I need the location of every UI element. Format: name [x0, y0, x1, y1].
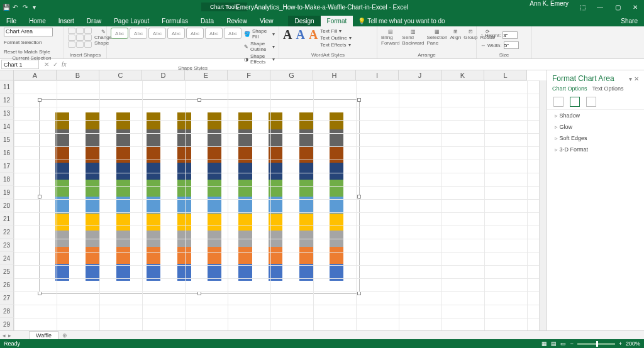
row-header-20[interactable]: 20	[0, 199, 14, 212]
cancel-formula-icon[interactable]: ✕	[44, 61, 49, 68]
bar-column[interactable]	[177, 112, 191, 281]
shape-fill-button[interactable]: 🪣Shape Fill ▾	[244, 28, 275, 40]
row-header-17[interactable]: 17	[0, 160, 14, 173]
chart-element-selector[interactable]: Chart Area	[4, 28, 53, 36]
maximize-button[interactable]: ▢	[609, 0, 626, 14]
col-header-E[interactable]: E	[185, 70, 228, 80]
col-header-F[interactable]: F	[228, 70, 270, 80]
shape-outline-button[interactable]: ✎Shape Outline ▾	[244, 40, 275, 53]
shape-style-1[interactable]: Abc	[111, 28, 128, 39]
effects-tab-icon[interactable]	[570, 97, 580, 107]
fx-icon[interactable]: fx	[62, 61, 67, 68]
selection-pane-button[interactable]: ▦Selection Pane	[426, 28, 447, 46]
col-header-H[interactable]: H	[313, 70, 356, 80]
shape-style-7[interactable]: Abc	[224, 28, 242, 39]
zoom-in-button[interactable]: +	[619, 340, 622, 347]
group-button[interactable]: ⊡Group	[464, 28, 477, 40]
text-effects-button[interactable]: Text Effects ▾	[320, 41, 351, 48]
name-box[interactable]: Chart 1	[1, 60, 39, 69]
row-header-18[interactable]: 18	[0, 173, 14, 186]
sheet-tab-waffle[interactable]: Waffle	[29, 331, 58, 340]
wordart-gallery[interactable]: A A A	[283, 28, 318, 42]
bar-column[interactable]	[116, 112, 130, 281]
section-shadow[interactable]: Shadow	[547, 110, 644, 121]
share-button[interactable]: Share	[614, 16, 644, 26]
view-page-break-icon[interactable]: ▭	[560, 340, 566, 347]
row-header-26[interactable]: 26	[0, 278, 14, 291]
shape-style-2[interactable]: Abc	[130, 28, 147, 39]
tab-page-layout[interactable]: Page Layout	[108, 16, 155, 26]
pane-close-icon[interactable]: ✕	[634, 75, 639, 82]
row-header-21[interactable]: 21	[0, 212, 14, 226]
worksheet-grid[interactable]: ABCDEFGHIJKL 111213141516171819202122232…	[0, 70, 547, 330]
section-3d-format[interactable]: 3-D Format	[547, 144, 644, 155]
shape-style-6[interactable]: Abc	[205, 28, 223, 39]
minimize-button[interactable]: —	[591, 0, 609, 14]
row-header-12[interactable]: 12	[0, 94, 14, 107]
bar-column[interactable]	[330, 112, 343, 281]
tab-data[interactable]: Data	[194, 16, 220, 26]
view-normal-icon[interactable]: ▦	[541, 340, 547, 347]
col-header-A[interactable]: A	[14, 70, 57, 80]
col-header-G[interactable]: G	[270, 70, 313, 80]
row-header-27[interactable]: 27	[0, 291, 14, 305]
row-header-11[interactable]: 11	[0, 80, 14, 94]
tab-draw[interactable]: Draw	[80, 16, 108, 26]
bar-column[interactable]	[147, 112, 160, 281]
send-backward-button[interactable]: ▥Send Backward	[402, 28, 424, 46]
zoom-out-button[interactable]: −	[570, 340, 573, 347]
size-props-icon[interactable]	[586, 97, 596, 107]
tab-design[interactable]: Design	[288, 16, 320, 26]
col-header-J[interactable]: J	[399, 70, 441, 80]
row-header-14[interactable]: 14	[0, 120, 14, 133]
new-sheet-button[interactable]: ⊕	[58, 332, 71, 339]
section-soft-edges[interactable]: Soft Edges	[547, 133, 644, 144]
wordart-style-2[interactable]: A	[296, 28, 304, 42]
formula-input[interactable]	[70, 60, 644, 69]
text-fill-button[interactable]: Text Fill ▾	[320, 28, 351, 35]
reset-style-button[interactable]: Reset to Match Style	[4, 48, 50, 55]
col-header-B[interactable]: B	[57, 70, 99, 80]
bar-column[interactable]	[208, 112, 221, 281]
shape-styles-gallery[interactable]: Abc Abc Abc Abc Abc Abc Abc	[111, 28, 242, 39]
row-header-29[interactable]: 29	[0, 318, 14, 330]
column-headers[interactable]: ABCDEFGHIJKL	[14, 70, 527, 80]
row-header-28[interactable]: 28	[0, 305, 14, 318]
wordart-style-1[interactable]: A	[283, 28, 292, 42]
shape-style-3[interactable]: Abc	[148, 28, 166, 39]
tab-insert[interactable]: Insert	[52, 16, 80, 26]
col-header-C[interactable]: C	[99, 70, 142, 80]
bar-column[interactable]	[86, 112, 99, 281]
redo-icon[interactable]: ↷	[23, 4, 29, 10]
row-header-24[interactable]: 24	[0, 252, 14, 265]
select-all-corner[interactable]	[0, 70, 14, 80]
zoom-level[interactable]: 200%	[626, 340, 640, 347]
bring-forward-button[interactable]: ▤Bring Forward	[381, 28, 399, 46]
tab-home[interactable]: Home	[23, 16, 52, 26]
tell-me-search[interactable]: 💡Tell me what you want to do	[353, 16, 450, 26]
col-header-K[interactable]: K	[441, 70, 484, 80]
row-header-16[interactable]: 16	[0, 146, 14, 160]
row-header-23[interactable]: 23	[0, 239, 14, 252]
row-headers[interactable]: 11121314151617181920212223242526272829	[0, 80, 14, 330]
tab-file[interactable]: File	[0, 16, 23, 26]
pane-options-icon[interactable]: ▾	[629, 75, 632, 82]
tab-nav-prev-icon[interactable]: ◂	[0, 332, 8, 339]
bar-column[interactable]	[238, 112, 252, 281]
width-input[interactable]	[504, 41, 519, 49]
text-options-tab[interactable]: Text Options	[592, 85, 624, 92]
bar-column[interactable]	[55, 112, 69, 281]
bar-column[interactable]	[299, 112, 313, 281]
user-name[interactable]: Ann K. Emery	[525, 0, 574, 14]
insert-shapes-gallery[interactable]	[68, 28, 92, 48]
align-button[interactable]: ⊞Align	[450, 28, 461, 40]
save-icon[interactable]: 💾	[3, 4, 9, 10]
wordart-style-3[interactable]: A	[309, 28, 318, 42]
chart-options-tab[interactable]: Chart Options	[552, 85, 587, 92]
tab-view[interactable]: View	[253, 16, 280, 26]
row-header-15[interactable]: 15	[0, 133, 14, 146]
tab-review[interactable]: Review	[220, 16, 253, 26]
format-selection-button[interactable]: Format Selection	[4, 39, 42, 46]
row-header-19[interactable]: 19	[0, 186, 14, 199]
qat-more-icon[interactable]: ▾	[33, 4, 39, 10]
